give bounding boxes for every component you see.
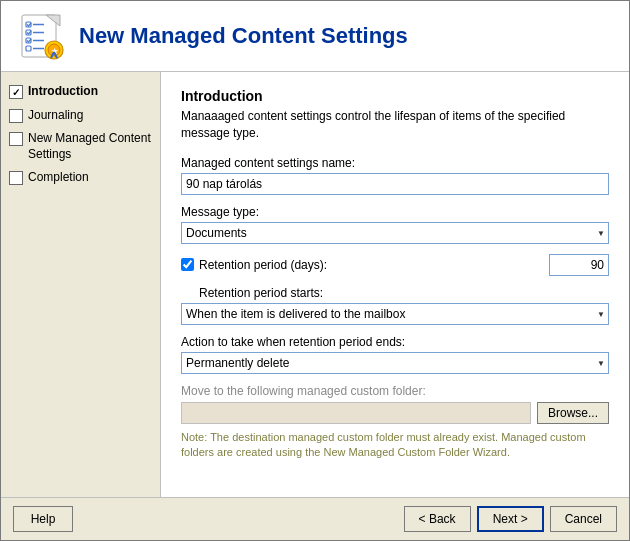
help-button[interactable]: Help (13, 506, 73, 532)
move-to-label: Move to the following managed custom fol… (181, 384, 609, 398)
dialog: ★ New Managed Content Settings Introduct… (0, 0, 630, 541)
new-managed-checkbox-icon (9, 132, 23, 146)
header: ★ New Managed Content Settings (1, 1, 629, 72)
wizard-document-icon: ★ (17, 11, 67, 61)
retention-period-label: Retention period (days): (199, 258, 327, 272)
back-button[interactable]: < Back (404, 506, 471, 532)
managed-name-label: Managed content settings name: (181, 156, 609, 170)
move-to-folder-group: Move to the following managed custom fol… (181, 384, 609, 461)
body: Introduction Journaling New Managed Cont… (1, 72, 629, 497)
sidebar-item-completion[interactable]: Completion (1, 166, 160, 190)
main-content: Introduction Manaaaged content settings … (161, 72, 629, 497)
managed-name-input[interactable] (181, 173, 609, 195)
cancel-button[interactable]: Cancel (550, 506, 617, 532)
sidebar-item-introduction-label: Introduction (28, 84, 98, 100)
sidebar-item-new-managed-label: New Managed Content Settings (28, 131, 152, 162)
next-button[interactable]: Next > (477, 506, 544, 532)
section-description: Manaaaged content settings control the l… (181, 108, 609, 142)
sidebar: Introduction Journaling New Managed Cont… (1, 72, 161, 497)
footer-navigation: < Back Next > Cancel (404, 506, 617, 532)
retention-period-row: Retention period (days): (181, 254, 609, 276)
retention-days-input[interactable] (549, 254, 609, 276)
message-type-group: Message type: Documents All Mailbox Cont… (181, 205, 609, 244)
message-type-label: Message type: (181, 205, 609, 219)
retention-checkbox-wrap: Retention period (days): (181, 258, 549, 272)
sidebar-item-journaling-label: Journaling (28, 108, 83, 124)
completion-checkbox-icon (9, 171, 23, 185)
note-text: Note: The destination managed custom fol… (181, 430, 609, 461)
sidebar-item-completion-label: Completion (28, 170, 89, 186)
folder-path-input[interactable] (181, 402, 531, 424)
section-title: Introduction (181, 88, 609, 104)
action-select-wrapper: Permanently delete Move to Deleted Items… (181, 352, 609, 374)
browse-button[interactable]: Browse... (537, 402, 609, 424)
folder-row: Browse... (181, 402, 609, 424)
sidebar-item-journaling[interactable]: Journaling (1, 104, 160, 128)
introduction-checkbox-icon (9, 85, 23, 99)
journaling-checkbox-icon (9, 109, 23, 123)
action-select[interactable]: Permanently delete Move to Deleted Items… (181, 352, 609, 374)
message-type-select[interactable]: Documents All Mailbox Content Calendar C… (181, 222, 609, 244)
sidebar-item-new-managed[interactable]: New Managed Content Settings (1, 127, 160, 166)
retention-starts-group: Retention period starts: When the item i… (181, 286, 609, 325)
footer: Help < Back Next > Cancel (1, 497, 629, 540)
sidebar-item-introduction[interactable]: Introduction (1, 80, 160, 104)
page-title: New Managed Content Settings (79, 23, 408, 49)
retention-starts-select-wrapper: When the item is delivered to the mailbo… (181, 303, 609, 325)
retention-starts-label: Retention period starts: (181, 286, 609, 300)
action-label: Action to take when retention period end… (181, 335, 609, 349)
action-group: Action to take when retention period end… (181, 335, 609, 374)
retention-starts-select[interactable]: When the item is delivered to the mailbo… (181, 303, 609, 325)
managed-name-group: Managed content settings name: (181, 156, 609, 195)
retention-period-checkbox[interactable] (181, 258, 194, 271)
message-type-select-wrapper: Documents All Mailbox Content Calendar C… (181, 222, 609, 244)
